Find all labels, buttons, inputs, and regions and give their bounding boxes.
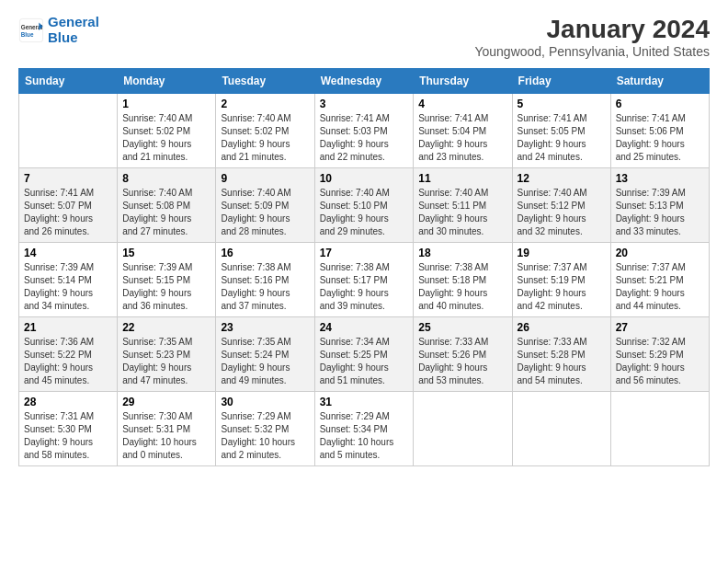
day-info: Sunrise: 7:41 AM Sunset: 5:04 PM Dayligh… <box>418 112 506 164</box>
day-info: Sunrise: 7:33 AM Sunset: 5:28 PM Dayligh… <box>518 336 606 387</box>
day-number: 29 <box>122 396 210 408</box>
day-number: 13 <box>616 172 704 185</box>
day-number: 15 <box>122 247 210 259</box>
day-info: Sunrise: 7:41 AM Sunset: 5:03 PM Dayligh… <box>320 112 409 164</box>
calendar-cell: 23Sunrise: 7:35 AM Sunset: 5:24 PM Dayli… <box>216 317 314 392</box>
calendar-cell: 4Sunrise: 7:41 AM Sunset: 5:04 PM Daylig… <box>414 94 512 168</box>
header-day-monday: Monday <box>118 69 216 94</box>
calendar-cell: 16Sunrise: 7:38 AM Sunset: 5:16 PM Dayli… <box>216 243 314 317</box>
day-number: 27 <box>616 321 704 334</box>
calendar-cell: 7Sunrise: 7:41 AM Sunset: 5:07 PM Daylig… <box>19 168 118 243</box>
day-info: Sunrise: 7:39 AM Sunset: 5:15 PM Dayligh… <box>122 261 210 313</box>
day-number: 17 <box>320 247 409 259</box>
calendar-body: 1Sunrise: 7:40 AM Sunset: 5:02 PM Daylig… <box>19 94 710 466</box>
calendar-cell: 22Sunrise: 7:35 AM Sunset: 5:23 PM Dayli… <box>118 317 216 392</box>
day-number: 21 <box>24 321 112 334</box>
header-day-wednesday: Wednesday <box>314 69 414 94</box>
day-info: Sunrise: 7:38 AM Sunset: 5:16 PM Dayligh… <box>221 261 309 313</box>
calendar-cell <box>512 392 610 466</box>
calendar-cell: 25Sunrise: 7:33 AM Sunset: 5:26 PM Dayli… <box>414 317 512 392</box>
header-day-tuesday: Tuesday <box>216 69 314 94</box>
svg-rect-0 <box>19 18 42 41</box>
svg-text:Blue: Blue <box>21 31 34 38</box>
day-info: Sunrise: 7:40 AM Sunset: 5:02 PM Dayligh… <box>221 112 309 164</box>
day-info: Sunrise: 7:40 AM Sunset: 5:12 PM Dayligh… <box>518 187 606 238</box>
header-day-thursday: Thursday <box>414 69 512 94</box>
day-number: 26 <box>518 321 606 334</box>
page-header: General Blue General Blue January 2024 Y… <box>18 15 710 59</box>
day-info: Sunrise: 7:39 AM Sunset: 5:14 PM Dayligh… <box>24 261 112 313</box>
day-info: Sunrise: 7:37 AM Sunset: 5:21 PM Dayligh… <box>616 261 704 313</box>
calendar-cell: 13Sunrise: 7:39 AM Sunset: 5:13 PM Dayli… <box>610 168 709 243</box>
calendar-cell: 20Sunrise: 7:37 AM Sunset: 5:21 PM Dayli… <box>610 243 709 317</box>
day-info: Sunrise: 7:33 AM Sunset: 5:26 PM Dayligh… <box>418 336 506 387</box>
logo: General Blue General Blue <box>18 15 99 45</box>
calendar-table: SundayMondayTuesdayWednesdayThursdayFrid… <box>18 68 710 466</box>
calendar-cell: 31Sunrise: 7:29 AM Sunset: 5:34 PM Dayli… <box>314 392 414 466</box>
day-info: Sunrise: 7:38 AM Sunset: 5:17 PM Dayligh… <box>320 261 409 313</box>
day-info: Sunrise: 7:31 AM Sunset: 5:30 PM Dayligh… <box>24 410 112 462</box>
calendar-cell: 14Sunrise: 7:39 AM Sunset: 5:14 PM Dayli… <box>19 243 118 317</box>
calendar-cell: 17Sunrise: 7:38 AM Sunset: 5:17 PM Dayli… <box>314 243 414 317</box>
location: Youngwood, Pennsylvania, United States <box>474 44 710 59</box>
calendar-cell: 19Sunrise: 7:37 AM Sunset: 5:19 PM Dayli… <box>512 243 610 317</box>
day-number: 5 <box>518 98 606 110</box>
day-number: 8 <box>122 172 210 185</box>
day-info: Sunrise: 7:41 AM Sunset: 5:06 PM Dayligh… <box>616 112 704 164</box>
calendar-week-5: 28Sunrise: 7:31 AM Sunset: 5:30 PM Dayli… <box>19 392 710 466</box>
day-info: Sunrise: 7:34 AM Sunset: 5:25 PM Dayligh… <box>320 336 409 387</box>
calendar-cell: 5Sunrise: 7:41 AM Sunset: 5:05 PM Daylig… <box>512 94 610 168</box>
calendar-cell: 10Sunrise: 7:40 AM Sunset: 5:10 PM Dayli… <box>314 168 414 243</box>
day-info: Sunrise: 7:41 AM Sunset: 5:07 PM Dayligh… <box>24 187 112 238</box>
calendar-cell: 15Sunrise: 7:39 AM Sunset: 5:15 PM Dayli… <box>118 243 216 317</box>
day-info: Sunrise: 7:40 AM Sunset: 5:09 PM Dayligh… <box>221 187 309 238</box>
day-number: 30 <box>221 396 309 408</box>
header-day-saturday: Saturday <box>610 69 709 94</box>
calendar-cell <box>19 94 118 168</box>
day-info: Sunrise: 7:29 AM Sunset: 5:32 PM Dayligh… <box>221 410 309 462</box>
day-number: 11 <box>418 172 506 185</box>
calendar-cell: 9Sunrise: 7:40 AM Sunset: 5:09 PM Daylig… <box>216 168 314 243</box>
day-info: Sunrise: 7:36 AM Sunset: 5:22 PM Dayligh… <box>24 336 112 387</box>
day-number: 18 <box>418 247 506 259</box>
day-number: 31 <box>320 396 409 408</box>
day-info: Sunrise: 7:40 AM Sunset: 5:10 PM Dayligh… <box>320 187 409 238</box>
calendar-cell: 1Sunrise: 7:40 AM Sunset: 5:02 PM Daylig… <box>118 94 216 168</box>
calendar-cell: 30Sunrise: 7:29 AM Sunset: 5:32 PM Dayli… <box>216 392 314 466</box>
day-number: 6 <box>616 98 704 110</box>
day-number: 14 <box>24 247 112 259</box>
day-info: Sunrise: 7:30 AM Sunset: 5:31 PM Dayligh… <box>122 410 210 462</box>
day-info: Sunrise: 7:29 AM Sunset: 5:34 PM Dayligh… <box>320 410 409 462</box>
day-number: 4 <box>418 98 506 110</box>
calendar-week-4: 21Sunrise: 7:36 AM Sunset: 5:22 PM Dayli… <box>19 317 710 392</box>
day-number: 22 <box>122 321 210 334</box>
day-number: 9 <box>221 172 309 185</box>
calendar-cell <box>414 392 512 466</box>
day-number: 23 <box>221 321 309 334</box>
day-info: Sunrise: 7:38 AM Sunset: 5:18 PM Dayligh… <box>418 261 506 313</box>
day-number: 12 <box>518 172 606 185</box>
day-info: Sunrise: 7:37 AM Sunset: 5:19 PM Dayligh… <box>518 261 606 313</box>
calendar-cell <box>610 392 709 466</box>
calendar-cell: 3Sunrise: 7:41 AM Sunset: 5:03 PM Daylig… <box>314 94 414 168</box>
calendar-cell: 26Sunrise: 7:33 AM Sunset: 5:28 PM Dayli… <box>512 317 610 392</box>
day-number: 1 <box>122 98 210 110</box>
calendar-week-3: 14Sunrise: 7:39 AM Sunset: 5:14 PM Dayli… <box>19 243 710 317</box>
calendar-cell: 12Sunrise: 7:40 AM Sunset: 5:12 PM Dayli… <box>512 168 610 243</box>
calendar-cell: 2Sunrise: 7:40 AM Sunset: 5:02 PM Daylig… <box>216 94 314 168</box>
day-number: 2 <box>221 98 309 110</box>
day-info: Sunrise: 7:40 AM Sunset: 5:02 PM Dayligh… <box>122 112 210 164</box>
calendar-cell: 18Sunrise: 7:38 AM Sunset: 5:18 PM Dayli… <box>414 243 512 317</box>
calendar-cell: 6Sunrise: 7:41 AM Sunset: 5:06 PM Daylig… <box>610 94 709 168</box>
calendar-cell: 21Sunrise: 7:36 AM Sunset: 5:22 PM Dayli… <box>19 317 118 392</box>
month-title: January 2024 <box>474 15 710 44</box>
calendar-cell: 24Sunrise: 7:34 AM Sunset: 5:25 PM Dayli… <box>314 317 414 392</box>
day-info: Sunrise: 7:35 AM Sunset: 5:24 PM Dayligh… <box>221 336 309 387</box>
header-day-friday: Friday <box>512 69 610 94</box>
day-info: Sunrise: 7:40 AM Sunset: 5:11 PM Dayligh… <box>418 187 506 238</box>
calendar-cell: 27Sunrise: 7:32 AM Sunset: 5:29 PM Dayli… <box>610 317 709 392</box>
day-info: Sunrise: 7:40 AM Sunset: 5:08 PM Dayligh… <box>122 187 210 238</box>
day-info: Sunrise: 7:32 AM Sunset: 5:29 PM Dayligh… <box>616 336 704 387</box>
day-number: 28 <box>24 396 112 408</box>
calendar-week-2: 7Sunrise: 7:41 AM Sunset: 5:07 PM Daylig… <box>19 168 710 243</box>
